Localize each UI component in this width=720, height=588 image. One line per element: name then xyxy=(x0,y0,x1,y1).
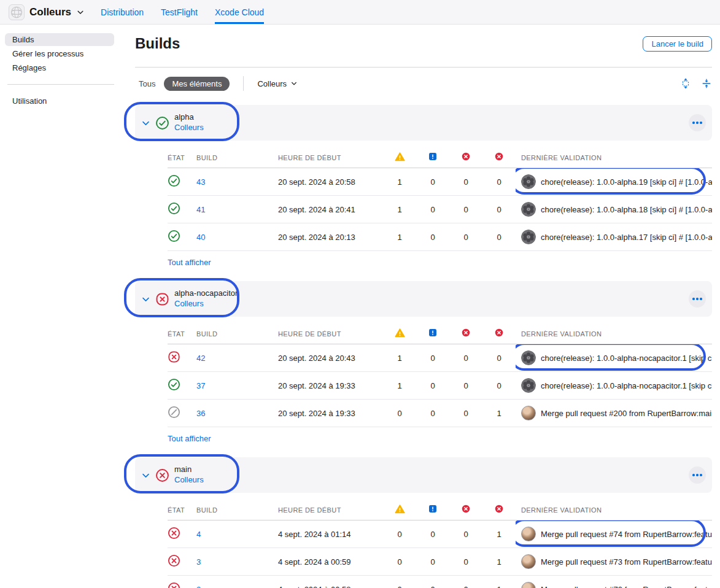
commit-message: Merge pull request #200 from RupertBarro… xyxy=(541,409,712,418)
error-icon xyxy=(461,328,471,340)
failure-count: 0 xyxy=(497,381,501,390)
top-navigation: Colleurs Distribution TestFlight Xcode C… xyxy=(0,0,720,25)
chevron-down-icon xyxy=(290,80,298,87)
col-build: BUILD xyxy=(196,506,278,514)
table-row: 4 4 sept. 2024 à 01:14 0 0 0 1 Merge pul… xyxy=(168,520,712,548)
success-status-icon xyxy=(168,230,196,245)
commit-message: chore(release): 1.0.0-alpha-nocapacitor.… xyxy=(541,381,712,390)
failure-count: 1 xyxy=(497,557,501,567)
error-icon xyxy=(461,152,471,164)
test-failure-icon xyxy=(494,328,504,340)
table-row: 37 20 sept. 2024 à 19:33 1 0 0 0 chore(r… xyxy=(168,372,712,400)
tab-distribution[interactable]: Distribution xyxy=(101,0,144,24)
tab-xcode-cloud[interactable]: Xcode Cloud xyxy=(215,0,264,24)
analysis-count: 0 xyxy=(430,354,435,363)
ellipsis-menu-icon[interactable] xyxy=(689,290,706,308)
failed-status-icon xyxy=(168,582,196,588)
collapse-all-icon[interactable] xyxy=(701,78,712,89)
col-state: ÉTAT xyxy=(168,506,196,514)
builds-table: ÉTAT BUILD HEURE DE DÉBUT DERNIÈRE VALID… xyxy=(168,500,712,588)
user-avatar xyxy=(521,527,536,541)
build-number-link[interactable]: 3 xyxy=(196,557,278,567)
start-time: 20 sept. 2024 à 19:33 xyxy=(278,381,383,390)
user-avatar xyxy=(521,582,536,588)
last-commit-cell: chore(release): 1.0.0-alpha.18 [skip ci]… xyxy=(516,196,712,223)
chevron-down-icon[interactable] xyxy=(141,471,150,480)
start-time: 20 sept. 2024 à 20:43 xyxy=(278,354,383,363)
build-number-link[interactable]: 4 xyxy=(196,530,278,539)
chevron-down-icon[interactable] xyxy=(141,118,150,128)
failure-count: 0 xyxy=(497,354,501,363)
col-start: HEURE DE DÉBUT xyxy=(278,330,383,338)
tab-testflight[interactable]: TestFlight xyxy=(161,0,198,24)
col-state: ÉTAT xyxy=(168,154,196,161)
ellipsis-menu-icon[interactable] xyxy=(689,114,706,131)
app-switcher[interactable]: Colleurs xyxy=(9,0,85,24)
commit-message: chore(release): 1.0.0-alpha-nocapacitor.… xyxy=(541,354,712,363)
failure-count: 0 xyxy=(497,205,501,214)
chevron-down-icon[interactable] xyxy=(141,295,150,304)
sidebar-item-manage-workflows[interactable]: Gérer les processus xyxy=(5,47,114,60)
app-link[interactable]: Colleurs xyxy=(174,475,204,485)
table-row: 43 20 sept. 2024 à 20:58 1 0 0 0 chore(r… xyxy=(168,168,712,196)
build-group-alpha: alpha Colleurs ÉTAT BUILD HEURE DE DÉBUT xyxy=(135,105,712,268)
sidebar-item-builds[interactable]: Builds xyxy=(5,33,114,46)
build-number-link[interactable]: 43 xyxy=(196,177,278,187)
warning-count: 1 xyxy=(397,205,401,214)
start-time: 20 sept. 2024 à 20:13 xyxy=(278,233,383,242)
col-start: HEURE DE DÉBUT xyxy=(278,506,383,514)
error-count: 0 xyxy=(463,381,468,390)
failed-status-icon xyxy=(155,468,169,482)
bot-avatar xyxy=(521,174,536,189)
last-commit-cell: Merge pull request #73 from RupertBarrow… xyxy=(516,576,712,588)
branch-name: alpha-nocapacitor xyxy=(174,288,238,299)
error-count: 0 xyxy=(463,354,468,363)
commit-message: chore(release): 1.0.0-alpha.17 [skip ci]… xyxy=(541,233,712,242)
show-all-link[interactable]: Tout afficher xyxy=(168,258,211,267)
build-number-link[interactable]: 36 xyxy=(196,409,278,418)
filter-all[interactable]: Tous xyxy=(135,77,159,91)
build-number-link[interactable]: 40 xyxy=(196,233,278,242)
build-number-link[interactable]: 41 xyxy=(196,205,278,214)
col-build: BUILD xyxy=(196,154,278,161)
start-time: 4 sept. 2024 à 00:59 xyxy=(278,557,383,567)
app-filter-dropdown[interactable]: Colleurs xyxy=(257,79,298,88)
warning-count: 0 xyxy=(397,530,401,539)
app-link[interactable]: Colleurs xyxy=(174,123,204,133)
analysis-issue-icon xyxy=(428,504,438,516)
ellipsis-menu-icon[interactable] xyxy=(689,466,706,484)
expand-all-icon[interactable] xyxy=(680,78,691,89)
cancelled-status-icon xyxy=(168,406,196,421)
page-title: Builds xyxy=(135,35,180,52)
table-row: 3 4 sept. 2024 à 00:59 0 0 0 1 Merge pul… xyxy=(168,548,712,576)
error-count: 0 xyxy=(463,530,468,539)
build-number-link[interactable]: 2 xyxy=(196,585,278,588)
filter-my-items[interactable]: Mes éléments xyxy=(164,77,230,91)
failed-status-icon xyxy=(168,527,196,542)
build-number-link[interactable]: 42 xyxy=(196,354,278,363)
group-header: alpha-nocapacitor Colleurs xyxy=(135,281,712,317)
sidebar-item-settings[interactable]: Réglages xyxy=(5,61,114,74)
show-all-link[interactable]: Tout afficher xyxy=(168,434,211,443)
commit-message: Merge pull request #73 from RupertBarrow… xyxy=(541,585,712,588)
failed-status-icon xyxy=(168,554,196,570)
warning-count: 1 xyxy=(397,233,401,242)
start-time: 20 sept. 2024 à 20:41 xyxy=(278,205,383,214)
error-count: 0 xyxy=(463,409,468,418)
error-count: 0 xyxy=(463,557,468,567)
build-number-link[interactable]: 37 xyxy=(196,381,278,390)
app-link[interactable]: Colleurs xyxy=(174,299,238,309)
analysis-count: 0 xyxy=(430,205,435,214)
error-count: 0 xyxy=(463,585,468,588)
table-row: 41 20 sept. 2024 à 20:41 1 0 0 0 chore(r… xyxy=(168,196,712,223)
table-row: 42 20 sept. 2024 à 20:43 1 0 0 0 chore(r… xyxy=(168,344,712,372)
nav-tabs: Distribution TestFlight Xcode Cloud xyxy=(101,0,264,24)
branch-name: main xyxy=(174,465,204,475)
sidebar-item-usage[interactable]: Utilisation xyxy=(5,95,114,107)
test-failure-icon xyxy=(494,152,504,164)
error-count: 0 xyxy=(463,177,468,187)
last-commit-cell: chore(release): 1.0.0-alpha-nocapacitor.… xyxy=(516,372,712,399)
start-build-button[interactable]: Lancer le build xyxy=(643,36,712,52)
failure-count: 0 xyxy=(497,233,501,242)
col-validation: DERNIÈRE VALIDATION xyxy=(516,330,712,338)
